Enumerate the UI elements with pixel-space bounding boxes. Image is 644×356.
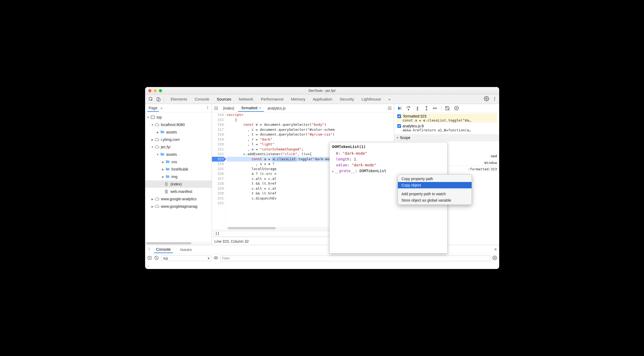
ctx-store-global[interactable]: Store object as global variable <box>398 197 472 203</box>
device-toggle-icon[interactable] <box>155 95 162 103</box>
live-expression-icon[interactable] <box>214 255 218 261</box>
tree-node-ga[interactable]: ▶ www.google-analytics <box>145 195 212 203</box>
tree-node-localhost[interactable]: ▼ localhost:8080 <box>145 121 212 128</box>
tree-label: assets <box>166 130 177 134</box>
console-settings-gear-icon[interactable] <box>492 255 497 261</box>
editor-tab-formatted[interactable]: :formatted× <box>238 105 264 112</box>
svg-rect-20 <box>456 107 456 109</box>
svg-point-7 <box>207 106 208 107</box>
ctx-add-to-watch[interactable]: Add property path to watch <box>398 191 472 197</box>
tree-node-jecfyi-assets[interactable]: ▼ assets <box>145 151 212 158</box>
popover-proto-row[interactable]: ▶__proto__: DOMTokenList <box>332 168 445 174</box>
editor-tab-label: analytics.js <box>268 106 286 110</box>
tree-node-jecfyi[interactable]: ▼ jec.fyi <box>145 143 212 151</box>
close-drawer-icon[interactable]: × <box>494 247 497 252</box>
breakpoint-checkbox[interactable] <box>397 114 401 118</box>
close-window-button[interactable] <box>148 89 151 92</box>
cloud-icon <box>155 197 159 201</box>
console-sidebar-toggle-icon[interactable] <box>147 255 152 261</box>
tree-node-top[interactable]: ▼ top <box>145 114 212 121</box>
tab-memory[interactable]: Memory <box>291 97 305 101</box>
disclosure-icon[interactable]: ▶ <box>162 160 165 163</box>
navigator-options-kebab-icon[interactable] <box>206 106 210 110</box>
tree-node-css[interactable]: ▶ css <box>145 158 212 166</box>
tree-node-gtm[interactable]: ▶ www.googletagmanag <box>145 203 212 210</box>
tab-security[interactable]: Security <box>340 97 354 101</box>
tree-node-index[interactable]: (index) <box>145 180 212 188</box>
console-prompt[interactable]: › <box>145 263 499 269</box>
tree-node-ytimg[interactable]: ▶ i.ytimg.com <box>145 136 212 143</box>
drawer-tab-issues[interactable]: Issues <box>178 246 194 253</box>
find-query-text: [] <box>215 232 220 236</box>
disclosure-icon[interactable]: ▼ <box>147 116 150 119</box>
more-options-kebab-icon[interactable] <box>492 96 497 102</box>
line-number-gutter[interactable]: 3143153163173183193203213223233243253263… <box>212 112 226 229</box>
more-tabs-button[interactable]: » <box>388 97 390 101</box>
ctx-copy-object[interactable]: Copy object <box>398 182 472 188</box>
navigator-panel: Page » ▼ top ▼ localhost:8080 ▶ <box>145 104 212 245</box>
settings-gear-icon[interactable] <box>484 96 489 102</box>
clear-console-icon[interactable] <box>154 255 159 261</box>
deactivate-breakpoints-icon[interactable] <box>444 105 451 111</box>
maximize-window-button[interactable] <box>159 89 162 92</box>
tab-lighthouse[interactable]: Lighthouse <box>362 97 381 101</box>
tree-label: web.manifest <box>171 189 192 194</box>
tab-application[interactable]: Application <box>313 97 332 101</box>
tree-node-manifest[interactable]: web.manifest <box>145 188 212 195</box>
svg-line-27 <box>155 257 158 259</box>
editor-tab-analytics[interactable]: analytics.js <box>265 105 288 111</box>
traffic-lights <box>148 89 162 92</box>
disclosure-icon[interactable]: ▼ <box>151 146 154 149</box>
navigator-more-tabs-icon[interactable]: » <box>160 106 162 110</box>
breakpoint-code-preview: a&&a.href}return a},B=function(a… <box>397 128 496 132</box>
tree-node-localhost-assets[interactable]: ▶ assets <box>145 128 212 136</box>
file-nav-next-icon[interactable] <box>386 105 393 111</box>
disclosure-icon[interactable]: ▶ <box>162 175 165 178</box>
disclosure-icon[interactable]: ▶ <box>151 138 154 141</box>
minimize-window-button[interactable] <box>154 89 157 92</box>
disclosure-icon[interactable]: ▼ <box>151 123 154 126</box>
svg-point-8 <box>207 107 208 108</box>
disclosure-icon[interactable]: ▶ <box>162 168 165 171</box>
tab-console[interactable]: Console <box>195 97 209 101</box>
editor-tab-label: (index) <box>223 106 234 110</box>
editor-tab-index[interactable]: (index) <box>220 105 237 111</box>
close-tab-icon[interactable]: × <box>259 106 261 110</box>
disclosure-icon[interactable]: ▶ <box>151 205 154 208</box>
step-icon[interactable] <box>432 105 439 111</box>
navigator-tab-page[interactable]: Page <box>147 105 159 112</box>
drawer-options-kebab-icon[interactable] <box>147 247 151 252</box>
disclosure-icon[interactable]: ▶ <box>156 131 159 134</box>
breakpoint-item[interactable]: analytics.js:9 a&&a.href}return a},B=fun… <box>396 123 497 133</box>
folder-icon <box>165 167 170 172</box>
tab-elements[interactable]: Elements <box>171 97 188 101</box>
ctx-copy-property-path[interactable]: Copy property path <box>398 176 472 182</box>
tree-label: font/Rubik <box>172 167 188 171</box>
file-nav-prev-icon[interactable] <box>213 105 219 111</box>
popover-property-row[interactable]: 0: "dark-mode" <box>332 150 445 156</box>
resume-script-icon[interactable] <box>396 105 403 111</box>
tree-node-font[interactable]: ▶ font/Rubik <box>145 166 212 173</box>
disclosure-icon[interactable]: ▼ <box>156 153 159 156</box>
step-over-icon[interactable] <box>405 105 412 111</box>
step-out-icon[interactable] <box>423 105 430 111</box>
scope-header[interactable]: ▼Scope <box>394 134 499 141</box>
tab-sources[interactable]: Sources <box>217 97 231 101</box>
editor-tabs: (index) :formatted× analytics.js <box>212 104 394 112</box>
console-filter-input[interactable]: Filter <box>220 255 490 261</box>
tab-performance[interactable]: Performance <box>261 97 284 101</box>
breakpoint-item[interactable]: :formatted:323 const a = e.classList.tog… <box>396 114 497 123</box>
navigator-horizontal-scrollbar[interactable] <box>145 242 212 245</box>
pause-on-exceptions-icon[interactable] <box>453 105 460 111</box>
step-into-icon[interactable] <box>414 105 421 111</box>
tree-label: top <box>157 115 162 119</box>
disclosure-icon[interactable]: ▶ <box>151 198 154 201</box>
tab-network[interactable]: Network <box>239 97 253 101</box>
popover-property-row[interactable]: value: "dark-mode" <box>332 162 445 168</box>
drawer-tab-console[interactable]: Console <box>154 246 173 253</box>
tree-node-img[interactable]: ▶ img <box>145 173 212 180</box>
popover-property-row[interactable]: length: 1 <box>332 156 445 162</box>
inspect-element-icon[interactable] <box>147 95 155 103</box>
breakpoint-checkbox[interactable] <box>397 124 401 128</box>
execution-context-select[interactable]: top <box>161 255 211 261</box>
